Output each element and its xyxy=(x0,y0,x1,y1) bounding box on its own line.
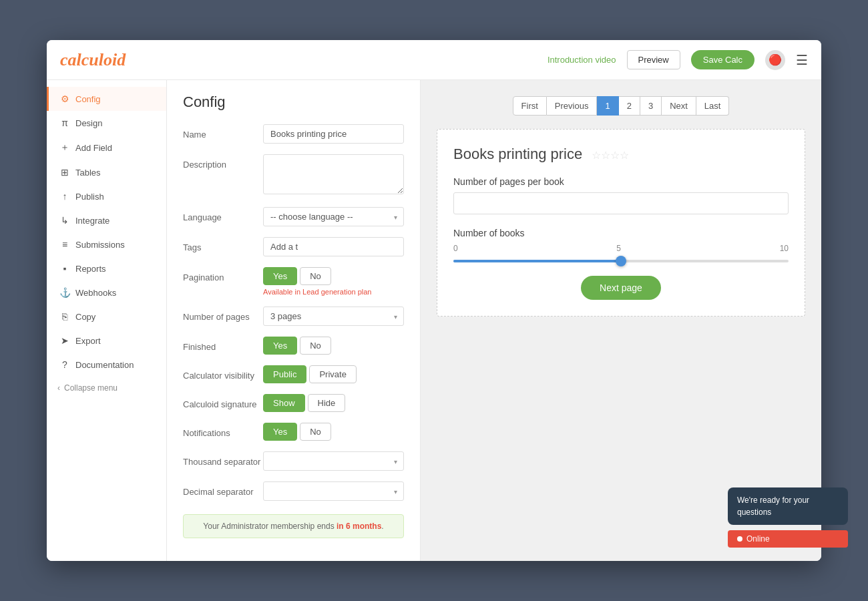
reports-icon: ▪ xyxy=(59,263,70,274)
sidebar-item-config[interactable]: ⚙ Config xyxy=(47,87,166,111)
page-1-button[interactable]: 1 xyxy=(597,96,618,116)
slider-thumb[interactable] xyxy=(616,256,626,266)
signature-control: Show Hide xyxy=(263,394,404,412)
name-row: Name xyxy=(183,124,404,144)
sidebar-label-design: Design xyxy=(75,118,102,128)
sidebar-item-documentation[interactable]: ? Documentation xyxy=(47,353,166,377)
sidebar-label-config: Config xyxy=(75,94,101,104)
copy-icon: ⎘ xyxy=(59,311,70,322)
sidebar-item-tables[interactable]: ⊞ Tables xyxy=(47,160,166,184)
pagination-nav: First Previous 1 2 3 Next Last xyxy=(437,96,805,116)
config-icon: ⚙ xyxy=(59,93,70,104)
add-field-icon: ＋ xyxy=(59,142,70,154)
field1-input[interactable] xyxy=(453,192,789,214)
sidebar-label-integrate: Integrate xyxy=(75,216,110,226)
user-avatar[interactable]: 🔴 xyxy=(765,50,785,70)
description-textarea[interactable] xyxy=(263,154,404,194)
pagination-yes-button[interactable]: Yes xyxy=(263,267,297,285)
chat-status[interactable]: Online xyxy=(728,530,821,548)
design-icon: π xyxy=(59,118,70,128)
slider-track xyxy=(453,260,789,262)
notifications-control: Yes No xyxy=(263,423,404,441)
finished-no-button[interactable]: No xyxy=(300,337,331,355)
sidebar-item-export[interactable]: ➤ Export xyxy=(47,329,166,353)
membership-prefix: Your Administrator membership ends xyxy=(203,522,337,531)
sidebar-label-documentation: Documentation xyxy=(75,360,134,370)
notifications-no-button[interactable]: No xyxy=(300,423,331,441)
signature-hide-button[interactable]: Hide xyxy=(308,394,346,412)
notifications-row: Notifications Yes No xyxy=(183,423,404,441)
header: calculoid Introduction video Preview Sav… xyxy=(47,40,821,80)
signature-show-button[interactable]: Show xyxy=(263,394,305,412)
sidebar-label-add-field: Add Field xyxy=(75,143,112,153)
next-page-button[interactable]: Next page xyxy=(581,276,661,300)
page-3-button[interactable]: 3 xyxy=(640,96,662,116)
decimal-separator-select[interactable] xyxy=(263,481,404,501)
thousand-separator-row: Thousand separator ▾ xyxy=(183,451,404,471)
page-next-button[interactable]: Next xyxy=(662,96,696,116)
description-row: Description xyxy=(183,154,404,196)
export-icon: ➤ xyxy=(59,335,70,346)
description-control xyxy=(263,154,404,196)
visibility-public-button[interactable]: Public xyxy=(263,365,306,383)
sidebar-item-reports[interactable]: ▪ Reports xyxy=(47,256,166,280)
pagination-control: Yes No Available in Lead generation plan xyxy=(263,267,404,296)
slider-labels: 0 5 10 xyxy=(453,244,789,253)
sidebar-label-submissions: Submissions xyxy=(75,240,125,250)
slider-mid-label: 5 xyxy=(616,244,621,253)
submissions-icon: ≡ xyxy=(59,239,70,250)
sidebar: ⚙ Config π Design ＋ Add Field ⊞ Tables ↑… xyxy=(47,80,167,561)
notifications-yes-button[interactable]: Yes xyxy=(263,423,297,441)
chat-status-label: Online xyxy=(746,534,770,544)
thousand-separator-control: ▾ xyxy=(263,451,404,471)
visibility-toggle-group: Public Private xyxy=(263,365,404,383)
decimal-separator-label: Decimal separator xyxy=(183,481,263,497)
page-previous-button[interactable]: Previous xyxy=(547,96,598,116)
name-input[interactable] xyxy=(263,124,404,144)
sidebar-item-submissions[interactable]: ≡ Submissions xyxy=(47,232,166,256)
preview-button[interactable]: Preview xyxy=(627,50,680,69)
save-button[interactable]: Save Calc xyxy=(691,50,754,69)
integrate-icon: ↳ xyxy=(59,215,70,226)
membership-bar: Your Administrator membership ends in 6 … xyxy=(183,514,404,538)
num-pages-label: Number of pages xyxy=(183,307,263,322)
collapse-label: Collapse menu xyxy=(64,383,118,393)
language-select[interactable]: -- choose language -- xyxy=(263,207,404,226)
slider-max-label: 10 xyxy=(780,244,789,253)
num-pages-select[interactable]: 3 pages xyxy=(263,307,404,326)
tags-control xyxy=(263,237,404,256)
finished-label: Finished xyxy=(183,337,263,352)
menu-icon[interactable]: ☰ xyxy=(796,52,808,68)
pagination-label: Pagination xyxy=(183,267,263,282)
page-first-button[interactable]: First xyxy=(513,96,547,116)
calc-stars: ☆☆☆☆ xyxy=(592,150,629,161)
slider-container: 0 5 10 xyxy=(453,244,789,262)
notifications-toggle-group: Yes No xyxy=(263,423,404,441)
sidebar-item-webhooks[interactable]: ⚓ Webhooks xyxy=(47,280,166,305)
finished-yes-button[interactable]: Yes xyxy=(263,337,297,355)
tags-input[interactable] xyxy=(263,237,404,256)
sidebar-item-copy[interactable]: ⎘ Copy xyxy=(47,305,166,329)
intro-video-link[interactable]: Introduction video xyxy=(548,55,616,65)
finished-control: Yes No xyxy=(263,337,404,355)
visibility-private-button[interactable]: Private xyxy=(309,365,356,383)
chat-online-dot xyxy=(737,536,742,542)
page-2-button[interactable]: 2 xyxy=(619,96,640,116)
documentation-icon: ? xyxy=(59,359,70,370)
sidebar-item-publish[interactable]: ↑ Publish xyxy=(47,184,166,208)
collapse-menu[interactable]: ‹ Collapse menu xyxy=(47,377,166,399)
sidebar-label-tables: Tables xyxy=(75,168,101,178)
pagination-no-button[interactable]: No xyxy=(300,267,331,285)
slider-min-label: 0 xyxy=(453,244,458,253)
page-last-button[interactable]: Last xyxy=(696,96,730,116)
membership-highlight: in 6 months xyxy=(337,522,381,531)
sidebar-label-publish: Publish xyxy=(75,192,104,202)
webhooks-icon: ⚓ xyxy=(59,287,70,298)
sidebar-item-design[interactable]: π Design xyxy=(47,111,166,135)
sidebar-item-integrate[interactable]: ↳ Integrate xyxy=(47,208,166,232)
logo: calculoid xyxy=(60,50,126,70)
sidebar-item-add-field[interactable]: ＋ Add Field xyxy=(47,135,166,160)
main-area: ⚙ Config π Design ＋ Add Field ⊞ Tables ↑… xyxy=(47,80,821,561)
description-label: Description xyxy=(183,154,263,170)
thousand-separator-select[interactable] xyxy=(263,451,404,471)
